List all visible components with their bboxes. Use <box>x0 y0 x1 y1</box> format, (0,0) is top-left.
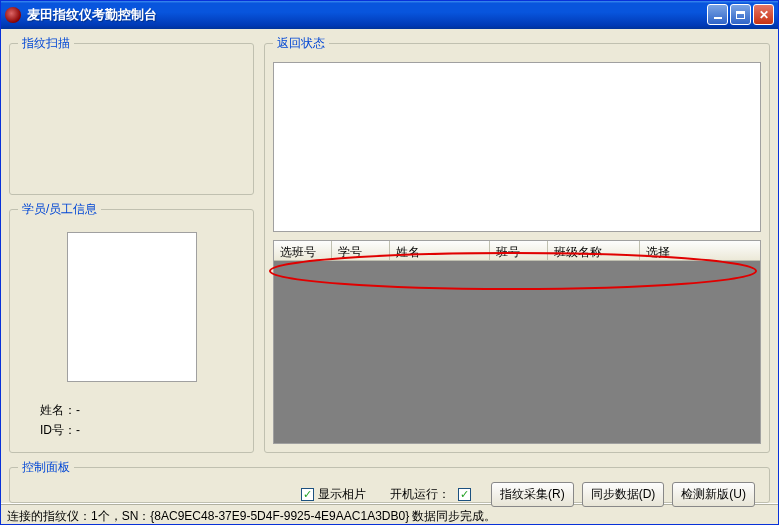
status-textarea[interactable] <box>273 62 761 232</box>
titlebar[interactable]: 麦田指纹仪考勤控制台 ✕ <box>1 1 778 29</box>
employee-info-panel: 学员/员工信息 姓名：- ID号：- <box>9 201 254 453</box>
col-class-no[interactable]: 班号 <box>490 241 548 260</box>
grid-body[interactable] <box>274 261 760 443</box>
employee-id-label: ID号： <box>40 423 76 437</box>
employee-id-row: ID号：- <box>40 420 80 440</box>
main-row: 指纹扫描 学员/员工信息 姓名：- ID号：- <box>9 35 770 453</box>
right-column: 返回状态 选班号 学号 姓名 班号 班级名称 选择 <box>264 35 770 453</box>
check-update-button[interactable]: 检测新版(U) <box>672 482 755 507</box>
grid-header: 选班号 学号 姓名 班号 班级名称 选择 <box>274 241 760 261</box>
app-icon <box>5 7 21 23</box>
employee-name-label: 姓名： <box>40 403 76 417</box>
return-status-panel: 返回状态 选班号 学号 姓名 班号 班级名称 选择 <box>264 35 770 453</box>
employee-id-value: - <box>76 423 80 437</box>
employee-photo <box>67 232 197 382</box>
col-select[interactable]: 选择 <box>640 241 760 260</box>
boot-run-label: 开机运行： <box>390 486 450 503</box>
return-status-legend: 返回状态 <box>273 35 329 52</box>
control-panel-legend: 控制面板 <box>18 459 74 476</box>
app-window: 麦田指纹仪考勤控制台 ✕ 指纹扫描 学员/员工信息 姓名：- <box>0 0 779 525</box>
col-select-class-no[interactable]: 选班号 <box>274 241 332 260</box>
col-class-name[interactable]: 班级名称 <box>548 241 640 260</box>
fingerprint-scan-panel: 指纹扫描 <box>9 35 254 195</box>
employee-name-row: 姓名：- <box>40 400 80 420</box>
show-photo-checkbox[interactable]: ✓ <box>301 488 314 501</box>
employee-name-value: - <box>76 403 80 417</box>
data-grid[interactable]: 选班号 学号 姓名 班号 班级名称 选择 <box>273 240 761 444</box>
fingerprint-scan-legend: 指纹扫描 <box>18 35 74 52</box>
left-column: 指纹扫描 学员/员工信息 姓名：- ID号：- <box>9 35 254 453</box>
employee-info-lines: 姓名：- ID号：- <box>40 400 80 441</box>
col-name[interactable]: 姓名 <box>390 241 490 260</box>
employee-info-legend: 学员/员工信息 <box>18 201 101 218</box>
sync-data-button[interactable]: 同步数据(D) <box>582 482 665 507</box>
client-area: 指纹扫描 学员/员工信息 姓名：- ID号：- <box>1 29 778 503</box>
show-photo-checkbox-wrap[interactable]: ✓ 显示相片 <box>301 486 366 503</box>
minimize-button[interactable] <box>707 4 728 25</box>
show-photo-label: 显示相片 <box>318 486 366 503</box>
control-row: ✓ 显示相片 开机运行： ✓ 指纹采集(R) 同步数据(D) 检测新版(U) <box>18 478 761 507</box>
boot-run-checkbox[interactable]: ✓ <box>458 488 471 501</box>
window-title: 麦田指纹仪考勤控制台 <box>27 6 707 24</box>
col-student-no[interactable]: 学号 <box>332 241 390 260</box>
maximize-button[interactable] <box>730 4 751 25</box>
control-panel: 控制面板 ✓ 显示相片 开机运行： ✓ 指纹采集(R) 同步数据(D) 检测新版… <box>9 459 770 503</box>
window-controls: ✕ <box>707 4 774 25</box>
close-button[interactable]: ✕ <box>753 4 774 25</box>
collect-fingerprint-button[interactable]: 指纹采集(R) <box>491 482 574 507</box>
